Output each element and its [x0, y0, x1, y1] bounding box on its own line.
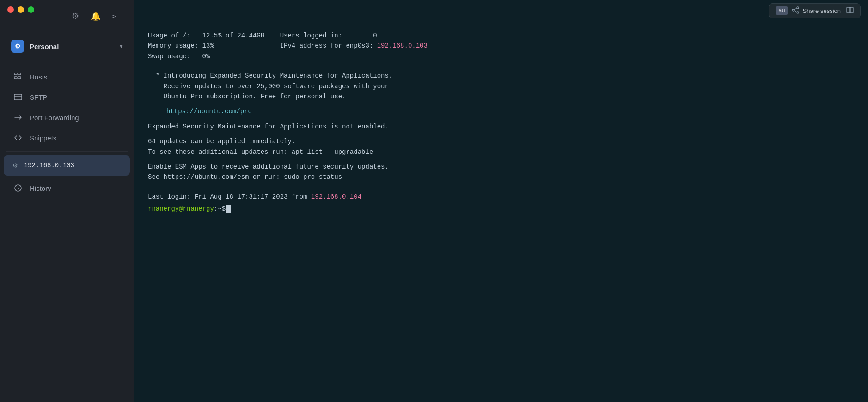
- term-line-esm-intro: * Introducing Expanded Security Maintena…: [148, 71, 854, 81]
- terminal-area: au Share session Usage of /: 12.5% of 24…: [134, 0, 868, 402]
- snippets-icon: [13, 134, 23, 142]
- sidebar-item-sftp-label: SFTP: [30, 93, 47, 101]
- svg-point-8: [792, 9, 794, 11]
- share-session-label: Share session: [803, 7, 841, 14]
- terminal-icon: >_: [112, 12, 120, 20]
- settings-icon: ⚙: [72, 11, 79, 21]
- connected-host-item[interactable]: ⚙ 192.168.0.103: [4, 155, 130, 176]
- sftp-icon: [13, 93, 23, 101]
- term-spacer-7: [148, 183, 854, 187]
- prompt-symbol: :~$: [214, 204, 226, 214]
- share-user-badge: au: [776, 6, 788, 15]
- nav-items: Hosts SFTP Port Forwarding: [0, 66, 134, 148]
- terminal-cursor: [226, 205, 231, 213]
- term-spacer-6: [148, 157, 854, 162]
- term-line-updates-count: 64 updates can be applied immediately.: [148, 136, 854, 146]
- term-ip-address: 192.168.0.103: [377, 41, 428, 51]
- workspace-selector[interactable]: ⚙ Personal ▾: [6, 35, 128, 57]
- term-spacer-1: [148, 61, 854, 66]
- settings-button[interactable]: ⚙: [67, 8, 84, 24]
- sidebar-item-history-label: History: [30, 184, 51, 192]
- term-line-enable-esm: Enable ESM Apps to receive additional fu…: [148, 162, 854, 172]
- term-spacer-2: [148, 66, 854, 71]
- workspace-label: Personal: [30, 43, 114, 50]
- svg-rect-1: [18, 73, 21, 75]
- terminal-button[interactable]: >_: [108, 8, 124, 24]
- term-memory-text: Memory usage: 13% IPv4 address for enp0s…: [148, 41, 377, 51]
- gear-icon: ⚙: [15, 43, 21, 50]
- host-settings-icon: ⚙: [13, 161, 18, 170]
- connected-host-label: 192.168.0.103: [24, 162, 74, 169]
- hosts-icon: [13, 73, 23, 81]
- sidebar-item-snippets[interactable]: Snippets: [4, 128, 130, 147]
- close-button[interactable]: [7, 6, 14, 13]
- share-session-button[interactable]: au Share session: [769, 3, 861, 18]
- sidebar-item-history[interactable]: History: [4, 178, 130, 198]
- term-line-see-updates: To see these additional updates run: apt…: [148, 147, 854, 157]
- term-line-swap: Swap usage: 0%: [148, 51, 854, 61]
- sidebar-item-hosts[interactable]: Hosts: [4, 67, 130, 86]
- minimize-button[interactable]: [18, 6, 24, 13]
- term-pro-url: https://ubuntu.com/pro: [166, 108, 252, 115]
- terminal-content: Usage of /: 12.5% of 24.44GB Users logge…: [134, 21, 868, 402]
- sidebar-item-sftp[interactable]: SFTP: [4, 87, 130, 107]
- term-spacer-4: [148, 117, 854, 122]
- traffic-lights: [0, 0, 42, 19]
- svg-point-7: [797, 7, 799, 9]
- term-line-pro-url: https://ubuntu.com/pro: [148, 106, 854, 116]
- sidebar-item-snippets-label: Snippets: [30, 134, 56, 142]
- notifications-button[interactable]: 🔔: [87, 8, 104, 24]
- share-icon: [792, 6, 799, 15]
- term-line-see-esm: See https://ubuntu.com/esm or run: sudo …: [148, 172, 854, 182]
- sidebar: ⚙ 🔔 >_ ⚙ Personal ▾: [0, 0, 134, 402]
- svg-point-9: [797, 12, 799, 13]
- workspace-icon: ⚙: [11, 40, 24, 53]
- divider-2: [6, 151, 128, 152]
- chevron-down-icon: ▾: [120, 43, 122, 49]
- svg-rect-11: [850, 7, 853, 13]
- history-icon: [13, 184, 23, 192]
- term-spacer-8: [148, 187, 854, 192]
- prompt-username: rnanergy@rnanergy: [148, 204, 214, 214]
- bell-icon: 🔔: [91, 11, 101, 21]
- sidebar-item-port-forwarding-label: Port Forwarding: [30, 114, 79, 122]
- sidebar-item-hosts-label: Hosts: [30, 73, 47, 81]
- svg-rect-3: [18, 77, 21, 79]
- workspace-section: ⚙ Personal ▾: [0, 32, 134, 60]
- terminal-prompt: rnanergy@rnanergy:~$: [148, 204, 854, 214]
- term-last-login-ip: 192.168.0.104: [311, 192, 361, 202]
- term-line-last-login: Last login: Fri Aug 18 17:31:17 2023 fro…: [148, 192, 854, 202]
- term-line-esm-ubuntu: Ubuntu Pro subscription. Free for person…: [148, 91, 854, 102]
- term-line-memory: Memory usage: 13% IPv4 address for enp0s…: [148, 41, 854, 51]
- terminal-topbar: au Share session: [134, 0, 868, 21]
- sidebar-item-port-forwarding[interactable]: Port Forwarding: [4, 108, 130, 127]
- term-line-esm-receive: Receive updates to over 25,000 software …: [148, 81, 854, 91]
- term-line-usage: Usage of /: 12.5% of 24.44GB Users logge…: [148, 30, 854, 41]
- sidebar-top-icons: ⚙ 🔔 >_: [67, 8, 124, 24]
- svg-rect-4: [14, 94, 22, 100]
- svg-rect-10: [847, 7, 850, 13]
- svg-rect-0: [14, 73, 17, 75]
- term-last-login-text: Last login: Fri Aug 18 17:31:17 2023 fro…: [148, 192, 311, 202]
- port-forwarding-icon: [13, 113, 23, 122]
- term-spacer-3: [148, 102, 854, 106]
- divider-1: [6, 63, 128, 63]
- term-line-esm-not-enabled: Expanded Security Maintenance for Applic…: [148, 122, 854, 132]
- maximize-button[interactable]: [28, 6, 34, 13]
- term-spacer-5: [148, 132, 854, 136]
- split-view-icon: [846, 7, 854, 15]
- svg-rect-2: [14, 77, 17, 79]
